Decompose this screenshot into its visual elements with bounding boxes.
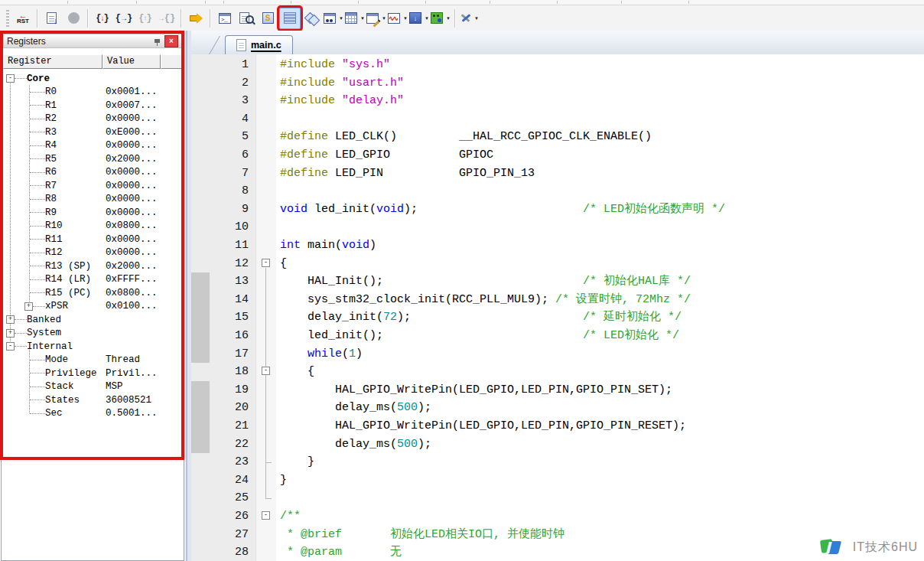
system-viewer-button[interactable]: ▼ xyxy=(431,8,451,28)
code-line-2[interactable]: #include "usart.h" xyxy=(280,74,404,93)
code-line-12[interactable]: { xyxy=(280,255,287,273)
code-area[interactable]: #include "sys.h"#include "usart.h"#inclu… xyxy=(275,54,924,561)
register-row-privilege[interactable]: PrivilegePrivil... xyxy=(4,367,181,380)
code-line-28[interactable]: * @param 无 xyxy=(280,543,402,561)
code-line-11[interactable]: int main(void) xyxy=(280,236,376,255)
code-line-22[interactable]: delay_ms(500); xyxy=(280,435,431,454)
register-row-banked[interactable]: +Banked xyxy=(4,313,181,327)
register-row-stack[interactable]: StackMSP xyxy=(4,380,181,394)
code-line-26[interactable]: /** xyxy=(280,507,301,526)
register-row-r9[interactable]: R90x0000... xyxy=(4,206,181,220)
fold-collapse-icon[interactable]: - xyxy=(262,259,270,267)
expand-icon[interactable]: + xyxy=(6,329,15,338)
dropdown-arrow-icon[interactable]: ▼ xyxy=(474,16,479,21)
expand-icon[interactable]: + xyxy=(6,315,15,324)
code-line-1[interactable]: #include "sys.h" xyxy=(280,56,390,74)
code-line-13[interactable]: HAL_Init(); /* 初始化HAL库 */ xyxy=(280,272,691,291)
collapse-icon[interactable]: - xyxy=(6,74,15,83)
breakpoint-gutter[interactable] xyxy=(191,54,210,561)
dropdown-arrow-icon[interactable]: ▼ xyxy=(403,16,408,21)
call-stack-window-button[interactable] xyxy=(302,8,322,28)
register-row-r2[interactable]: R20x0000... xyxy=(4,113,181,126)
dropdown-arrow-icon[interactable]: ▼ xyxy=(382,16,386,21)
register-row-system[interactable]: +System xyxy=(4,327,181,341)
fold-collapse-icon[interactable]: - xyxy=(262,367,270,375)
step-button[interactable]: {↓} xyxy=(93,8,112,28)
register-row-r14-lr[interactable]: R14 (LR)0xFFFF... xyxy=(4,273,181,287)
dropdown-arrow-icon[interactable]: ▼ xyxy=(425,16,429,21)
register-row-r3[interactable]: R30xE000... xyxy=(4,126,181,139)
watch-window-button[interactable]: ▼ xyxy=(324,8,343,28)
register-row-r8[interactable]: R80x0000... xyxy=(4,193,181,207)
code-line-21[interactable]: HAL_GPIO_WritePin(LED_GPIO,LED_PIN,GPIO_… xyxy=(280,417,686,435)
register-row-r0[interactable]: R00x0001... xyxy=(4,86,181,99)
code-line-5[interactable]: #define LED_CLK() __HAL_RCC_GPIOC_CLK_EN… xyxy=(280,128,652,146)
register-row-r13-sp[interactable]: R13 (SP)0x2000... xyxy=(4,259,181,273)
collapse-icon[interactable]: - xyxy=(6,342,15,351)
reset-button[interactable]: ←RST xyxy=(13,8,33,28)
register-row-r12[interactable]: R120x0000... xyxy=(4,246,181,260)
trace-window-button[interactable]: ↓▼ xyxy=(409,8,429,28)
register-row-r15-pc[interactable]: R15 (PC)0x0800... xyxy=(4,286,181,300)
code-line-24[interactable]: } xyxy=(280,471,287,490)
code-line-14[interactable]: sys_stm32_clock_init(RCC_PLL_MUL9); /* 设… xyxy=(280,291,691,309)
register-row-mode[interactable]: ModeThread xyxy=(4,354,181,367)
line-number: 22 xyxy=(210,435,255,454)
step-over-button[interactable]: {→} xyxy=(114,8,134,28)
fold-collapse-icon[interactable]: - xyxy=(262,511,270,520)
editor-body[interactable]: 1234567891011121314151617181920212223242… xyxy=(191,54,924,561)
debug-toolbar-button[interactable]: ▼ xyxy=(460,8,480,28)
stop-button[interactable]: × xyxy=(63,8,83,28)
symbol-window-button[interactable]: S xyxy=(258,8,278,28)
code-line-20[interactable]: delay_ms(500); xyxy=(280,399,431,417)
code-line-19[interactable]: HAL_GPIO_WritePin(LED_GPIO,LED_PIN,GPIO_… xyxy=(280,381,672,400)
code-line-7[interactable]: #define LED_PIN GPIO_PIN_13 xyxy=(280,165,535,183)
toolbar-grip[interactable] xyxy=(6,10,9,27)
code-line-17[interactable]: while(1) xyxy=(280,345,363,364)
disassembly-window-button[interactable] xyxy=(236,8,256,28)
register-row-sec[interactable]: Sec0.5001... xyxy=(4,407,181,421)
close-icon[interactable]: × xyxy=(164,35,178,47)
register-row-xpsr[interactable]: +xPSR0x0100... xyxy=(4,300,181,314)
register-row-r5[interactable]: R50x2000... xyxy=(4,152,181,166)
value-column-header[interactable]: Value xyxy=(102,54,161,69)
registers-window-button[interactable] xyxy=(279,8,301,29)
run-button[interactable]: ↓ xyxy=(42,8,62,28)
register-row-r11[interactable]: R110x0000... xyxy=(4,233,181,246)
register-row-r4[interactable]: R40x0000... xyxy=(4,139,181,153)
serial-window-button[interactable]: ▼ xyxy=(366,8,386,28)
register-row-r6[interactable]: R60x0000... xyxy=(4,166,181,180)
code-line-16[interactable]: led_init(); /* LED初始化 */ xyxy=(280,327,679,345)
register-row-core[interactable]: -Core xyxy=(4,72,181,86)
register-row-r1[interactable]: R10x0007... xyxy=(4,99,181,113)
register-row-states[interactable]: States36008521 xyxy=(4,393,181,407)
register-column-header[interactable]: Register xyxy=(3,54,102,69)
show-next-statement-button[interactable] xyxy=(186,8,206,28)
register-name: R3 xyxy=(45,127,57,138)
dropdown-arrow-icon[interactable]: ▼ xyxy=(339,16,343,21)
line-number: 10 xyxy=(210,218,255,236)
code-line-27[interactable]: * @brief 初始化LED相关IO口, 并使能时钟 xyxy=(280,526,564,544)
panel-splitter[interactable] xyxy=(184,31,191,561)
step-out-button[interactable]: {↑} xyxy=(135,8,155,28)
pin-icon[interactable] xyxy=(151,36,162,47)
code-line-18[interactable]: { xyxy=(280,363,314,381)
code-line-15[interactable]: delay_init(72); /* 延时初始化 */ xyxy=(280,308,682,327)
code-line-23[interactable]: } xyxy=(280,453,314,471)
expand-icon[interactable]: + xyxy=(24,302,33,311)
dropdown-arrow-icon[interactable]: ▼ xyxy=(360,16,365,21)
register-name: R11 xyxy=(45,234,63,245)
code-line-9[interactable]: void led_init(void); /* LED初始化函数声明 */ xyxy=(280,201,725,219)
tab-main-c[interactable]: main.c xyxy=(225,35,293,54)
run-to-line-button[interactable]: →{} xyxy=(157,8,177,28)
analysis-window-button[interactable]: ∿∿▼ xyxy=(388,8,408,28)
memory-window-button[interactable]: ▼ xyxy=(345,8,365,28)
code-line-6[interactable]: #define LED_GPIO GPIOC xyxy=(280,146,493,165)
register-row-r7[interactable]: R70x0000... xyxy=(4,179,181,193)
register-row-internal[interactable]: -Internal xyxy=(4,340,181,354)
code-line-3[interactable]: #include "delay.h" xyxy=(280,92,404,110)
register-name: Internal xyxy=(27,341,73,352)
register-row-r10[interactable]: R100x0800... xyxy=(4,220,181,233)
command-window-button[interactable]: >_ xyxy=(215,8,235,28)
dropdown-arrow-icon[interactable]: ▼ xyxy=(446,16,451,21)
